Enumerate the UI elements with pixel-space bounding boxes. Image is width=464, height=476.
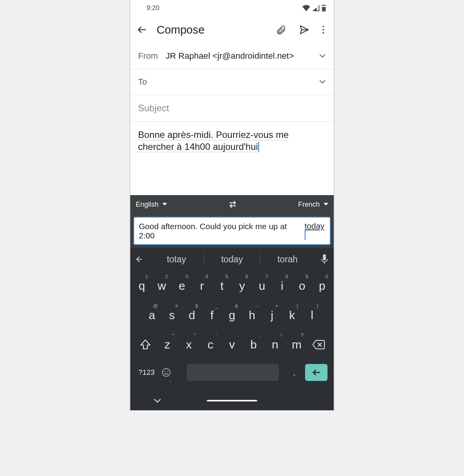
dropdown-icon [324, 203, 328, 206]
key-b[interactable]: ;b [243, 333, 264, 356]
svg-point-5 [322, 32, 324, 34]
translate-underlined: today [305, 221, 325, 240]
key-u[interactable]: 7u [252, 274, 272, 298]
status-bar: 9:20 [130, 0, 334, 16]
keyboard-row-1: 1q2w3e4r5t6y7u8i9o0p [132, 274, 332, 298]
suggestion-3[interactable]: torah [260, 254, 315, 265]
chevron-down-icon[interactable] [319, 80, 326, 84]
battery-icon [322, 5, 326, 12]
source-language: English [136, 201, 159, 209]
status-time: 9:20 [147, 4, 159, 12]
keyboard-collapse-icon[interactable] [154, 398, 161, 403]
suggestion-back-button[interactable] [130, 255, 149, 264]
svg-point-7 [162, 369, 170, 376]
key-w[interactable]: 2w [152, 274, 172, 298]
translate-input-wrap: Good afternoon. Could you pick me up at … [130, 214, 334, 248]
to-field[interactable]: To [130, 69, 334, 95]
backspace-key[interactable] [307, 340, 330, 350]
key-z[interactable]: *z [157, 333, 178, 356]
keyboard-row-3: *z"x'c:v;b!n?m [132, 333, 332, 356]
attach-icon[interactable] [276, 24, 287, 35]
chevron-down-icon[interactable] [319, 54, 326, 58]
more-icon[interactable] [322, 25, 324, 34]
enter-key[interactable] [305, 364, 328, 381]
key-o[interactable]: 9o [292, 274, 312, 298]
dropdown-icon [162, 203, 167, 206]
body-line1: Bonne après-midi. Pourriez-vous me [138, 129, 289, 140]
body-textarea[interactable]: Bonne après-midi. Pourriez-vous me cherc… [130, 122, 334, 195]
app-title: Compose [157, 24, 205, 36]
key-k[interactable]: (k [282, 304, 302, 327]
key-p[interactable]: 0p [312, 274, 332, 298]
swap-languages-button[interactable] [167, 201, 298, 208]
key-c[interactable]: 'c [200, 333, 221, 356]
from-label: From [138, 51, 158, 61]
key-j[interactable]: +j [262, 304, 282, 327]
suggestion-2[interactable]: today [205, 254, 260, 265]
source-language-select[interactable]: English [136, 201, 167, 209]
emoji-key[interactable]: , [162, 368, 179, 377]
body-line2: chercher à 14h00 aujourd'hui [138, 141, 259, 152]
status-icons [302, 5, 326, 12]
space-key[interactable] [187, 364, 279, 381]
svg-point-8 [164, 371, 165, 372]
svg-rect-6 [323, 254, 326, 260]
key-v[interactable]: :v [221, 333, 243, 356]
keyboard-bottom-row: ?123 , . [132, 362, 332, 382]
back-arrow-icon[interactable] [136, 24, 147, 35]
from-field[interactable]: From JR Raphael <jr@androidintel.net> [130, 43, 334, 69]
key-t[interactable]: 5t [212, 274, 232, 298]
app-bar: Compose [130, 16, 334, 43]
suggestions: totay today torah [149, 253, 315, 265]
translate-text: Good afternoon. Could you pick me up at … [139, 222, 305, 240]
key-a[interactable]: @a [142, 304, 162, 327]
svg-point-4 [322, 29, 324, 31]
key-g[interactable]: &g [222, 304, 242, 327]
suggestion-1[interactable]: totay [149, 254, 204, 265]
key-i[interactable]: 8i [272, 274, 292, 298]
key-d[interactable]: $d [182, 304, 202, 327]
shift-key[interactable] [134, 339, 157, 350]
key-y[interactable]: 6y [232, 274, 252, 298]
key-e[interactable]: 3e [172, 274, 192, 298]
key-q[interactable]: 1q [132, 274, 152, 298]
suggestion-bar: totay today torah [130, 248, 334, 270]
from-value: JR Raphael <jr@androidintel.net> [165, 51, 294, 61]
phone-frame: 9:20 Compose From JR Raphael <jr@android… [130, 0, 334, 410]
subject-field[interactable]: Subject [130, 95, 334, 121]
translate-input[interactable]: Good afternoon. Could you pick me up at … [133, 217, 331, 245]
keyboard-row-2: @a#s$d_f&g-h+j(k)l [132, 304, 332, 327]
key-x[interactable]: "x [178, 333, 200, 356]
keyboard: 1q2w3e4r5t6y7u8i9o0p @a#s$d_f&g-h+j(k)l … [130, 270, 334, 391]
svg-rect-2 [322, 7, 326, 11]
key-s[interactable]: #s [162, 304, 182, 327]
target-language-select[interactable]: French [298, 201, 328, 209]
wifi-icon [302, 5, 310, 11]
signal-icon [312, 5, 319, 11]
send-icon[interactable] [299, 24, 310, 35]
key-f[interactable]: _f [202, 304, 222, 327]
key-h[interactable]: -h [242, 304, 262, 327]
translate-bar: English French [130, 195, 334, 214]
svg-point-9 [167, 371, 168, 372]
key-r[interactable]: 4r [192, 274, 212, 298]
key-n[interactable]: !n [264, 333, 286, 356]
target-language: French [298, 201, 320, 209]
svg-point-3 [322, 26, 324, 27]
key-l[interactable]: )l [302, 304, 322, 327]
home-indicator[interactable] [207, 400, 257, 401]
subject-placeholder: Subject [138, 103, 169, 113]
key-m[interactable]: ?m [286, 333, 307, 356]
to-label: To [138, 77, 147, 87]
nav-bar [130, 391, 334, 410]
symbols-key[interactable]: ?123 [134, 368, 159, 377]
period-key[interactable]: . [287, 367, 302, 378]
mic-button[interactable] [315, 254, 334, 264]
